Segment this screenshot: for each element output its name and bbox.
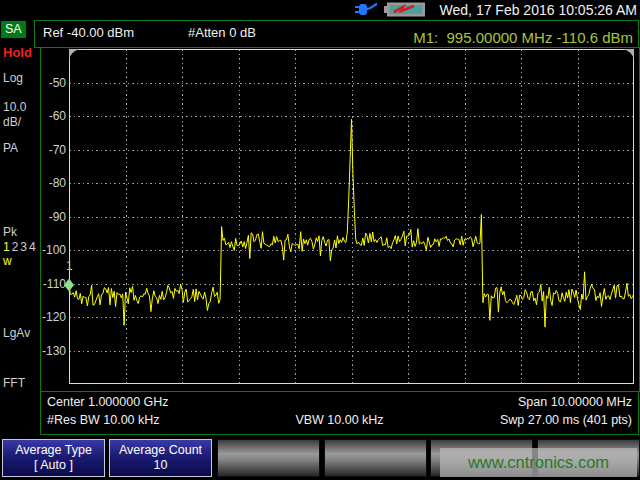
scale-per-div-unit: dB/ — [3, 115, 21, 129]
ref-level-readout: Ref -40.00 dBm — [43, 25, 134, 40]
video-bandwidth-readout: VBW 10.00 kHz — [295, 413, 383, 427]
softkey-label: Average Count — [119, 443, 202, 458]
trace-canvas — [69, 49, 634, 384]
spectrum-analyzer-screen: Wed, 17 Feb 2016 10:05:26 AM Ref -40.00 … — [0, 0, 640, 480]
spectrum-plot — [69, 49, 634, 384]
softkey-label: Average Type — [15, 443, 92, 458]
top-status-bar: Wed, 17 Feb 2016 10:05:26 AM — [0, 0, 640, 19]
datetime-display: Wed, 17 Feb 2016 10:05:26 AM — [440, 2, 637, 18]
scale-type-label: Log — [3, 71, 23, 85]
marker1-id-label: 1 — [66, 259, 73, 273]
sweep-hold-indicator: Hold — [3, 45, 32, 60]
y-axis-tick-label: -90 — [40, 210, 66, 224]
y-axis-tick-label: -120 — [40, 310, 66, 324]
left-settings-column: SA Hold Log 10.0 dB/ PA Pk 1234 w LgAv F… — [0, 19, 34, 439]
softkey-average-type[interactable]: Average Type[ Auto ] — [2, 439, 105, 477]
footer-annotation-box: Center 1.000000 GHz Span 10.00000 MHz #R… — [40, 391, 639, 435]
scale-per-div-value: 10.0 — [3, 100, 26, 114]
resolution-bandwidth-readout: #Res BW 10.00 kHz — [47, 413, 160, 427]
y-axis-tick-label: -50 — [40, 76, 66, 90]
y-axis-tick-label: -80 — [40, 176, 66, 190]
peak-detector-label: Pk — [3, 225, 17, 239]
header-annotation-box: Ref -40.00 dBm #Atten 0 dB M1: 995.00000… — [34, 20, 639, 48]
softkey-value: 10 — [154, 458, 168, 473]
y-axis-tick-label: -110 — [40, 277, 66, 291]
y-axis-tick-label: -70 — [40, 143, 66, 157]
softkey-value: [ Auto ] — [34, 458, 73, 473]
softkey-blank-3[interactable] — [217, 439, 320, 477]
battery-charging-icon — [384, 2, 426, 17]
average-type-indicator: LgAv — [3, 326, 30, 340]
softkey-blank-4[interactable] — [324, 439, 427, 477]
y-axis-tick-label: -100 — [40, 243, 66, 257]
fft-mode-indicator: FFT — [3, 376, 25, 390]
y-axis-tick-label: -130 — [40, 344, 66, 358]
center-frequency-readout: Center 1.000000 GHz — [47, 395, 169, 409]
mode-badge-sa: SA — [1, 21, 26, 38]
marker1-readout: M1: 995.00000 MHz -110.6 dBm — [413, 29, 633, 46]
attenuation-readout: #Atten 0 dB — [188, 25, 256, 40]
trace-mode-indicator: w — [3, 254, 12, 268]
ac-power-plug-icon — [353, 1, 381, 18]
site-watermark: www.cntronics.com — [440, 448, 637, 477]
trace-1-active: 1 — [3, 240, 12, 254]
softkey-average-count[interactable]: Average Count10 — [109, 439, 212, 477]
traces-inactive: 234 — [12, 240, 38, 254]
span-readout: Span 10.00000 MHz — [518, 395, 632, 409]
sweep-time-readout: Swp 27.00 ms (401 pts) — [500, 413, 632, 427]
trace-number-indicators: 1234 — [3, 240, 38, 254]
spectrum-trace — [69, 119, 634, 327]
y-axis-tick-label: -60 — [40, 109, 66, 123]
preamp-indicator: PA — [3, 141, 18, 155]
